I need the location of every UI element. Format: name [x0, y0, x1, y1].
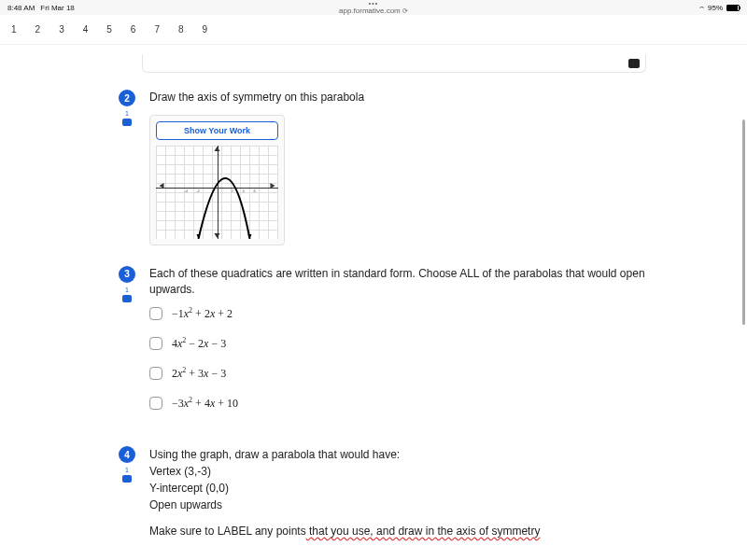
browser-url-area: ••• app.formative.com ⟳	[339, 1, 408, 15]
nav-item-7[interactable]: 7	[154, 24, 160, 35]
checkbox[interactable]	[149, 397, 162, 410]
battery-percent: 95%	[708, 4, 723, 12]
question-3: 3 1 Each of these quadratics are written…	[112, 266, 710, 427]
nav-item-5[interactable]: 5	[106, 24, 112, 35]
choice-label: 2x2 + 3x − 3	[172, 366, 226, 381]
nav-item-1[interactable]: 1	[11, 24, 17, 35]
choice-label: −1x2 + 2x + 2	[172, 306, 233, 321]
svg-text:-2: -2	[197, 189, 201, 193]
svg-marker-3	[271, 183, 275, 189]
svg-text:6: 6	[254, 189, 257, 193]
comment-icon[interactable]	[122, 295, 132, 302]
previous-answer-box	[142, 54, 646, 73]
content-area: 2 1 Draw the axis of symmetry on this pa…	[0, 45, 747, 560]
choice-label: 4x2 − 2x − 3	[172, 336, 226, 351]
status-time: 8:48 AM	[7, 4, 35, 12]
svg-marker-4	[215, 147, 220, 151]
q4-line1: Using the graph, draw a parabola that wo…	[149, 446, 672, 463]
checkbox[interactable]	[149, 307, 162, 320]
question-points: 1	[125, 287, 129, 293]
question-number-badge: 3	[119, 266, 135, 283]
q4-note-prefix: Make sure to LABEL any points	[149, 525, 306, 538]
question-prompt: Draw the axis of symmetry on this parabo…	[149, 90, 672, 105]
scroll-indicator[interactable]	[742, 119, 745, 325]
checkbox[interactable]	[149, 367, 162, 380]
question-number-badge: 4	[119, 446, 135, 463]
choice-row: −3x2 + 4x + 10	[149, 396, 672, 411]
nav-item-2[interactable]: 2	[35, 24, 41, 35]
choice-row: −1x2 + 2x + 2	[149, 306, 672, 321]
nav-item-8[interactable]: 8	[178, 24, 184, 35]
svg-text:2: 2	[232, 189, 234, 193]
q4-note-wavy: that you use, and draw in the axis of sy…	[306, 525, 541, 538]
nav-item-9[interactable]: 9	[203, 24, 208, 35]
question-2: 2 1 Draw the axis of symmetry on this pa…	[112, 90, 710, 245]
keyboard-icon[interactable]	[628, 59, 640, 68]
svg-text:4: 4	[243, 189, 246, 193]
svg-marker-2	[160, 183, 164, 189]
graph-card: Show Your Work -4 -2 2	[149, 115, 285, 245]
choice-row: 2x2 + 3x − 3	[149, 366, 672, 381]
status-date: Fri Mar 18	[40, 4, 74, 12]
q4-line3: Y-intercept (0,0)	[149, 480, 672, 497]
comment-icon[interactable]	[122, 119, 132, 126]
nav-item-6[interactable]: 6	[131, 24, 136, 35]
question-nav: 1 2 3 4 5 6 7 8 9	[0, 15, 747, 45]
question-points: 1	[125, 467, 129, 473]
q4-line2: Vertex (3,-3)	[149, 463, 672, 480]
parabola-curve-icon: -4 -2 2 4 6	[156, 146, 278, 239]
question-prompt: Each of these quadratics are written in …	[149, 266, 672, 298]
choice-list: −1x2 + 2x + 2 4x2 − 2x − 3 2x2 + 3x − 3 …	[149, 306, 672, 411]
wifi-icon: ⌢	[699, 3, 704, 12]
nav-item-3[interactable]: 3	[59, 24, 64, 35]
battery-icon	[726, 5, 740, 11]
question-points: 1	[125, 110, 129, 117]
svg-marker-5	[215, 233, 220, 238]
nav-item-4[interactable]: 4	[83, 24, 89, 35]
comment-icon[interactable]	[122, 475, 132, 483]
parabola-graph[interactable]: -4 -2 2 4 6	[156, 146, 278, 239]
svg-text:-4: -4	[185, 189, 189, 193]
choice-label: −3x2 + 4x + 10	[172, 396, 238, 411]
page-url: app.formative.com	[339, 7, 401, 15]
show-your-work-button[interactable]: Show Your Work	[156, 121, 278, 140]
q4-note: Make sure to LABEL any points that you u…	[149, 525, 672, 538]
checkbox[interactable]	[149, 337, 162, 350]
choice-row: 4x2 − 2x − 3	[149, 336, 672, 351]
status-bar: 8:48 AM Fri Mar 18 ••• app.formative.com…	[0, 0, 747, 15]
question-number-badge: 2	[119, 90, 135, 106]
question-4: 4 1 Using the graph, draw a parabola tha…	[112, 446, 710, 538]
q4-line4: Open upwards	[149, 497, 672, 513]
